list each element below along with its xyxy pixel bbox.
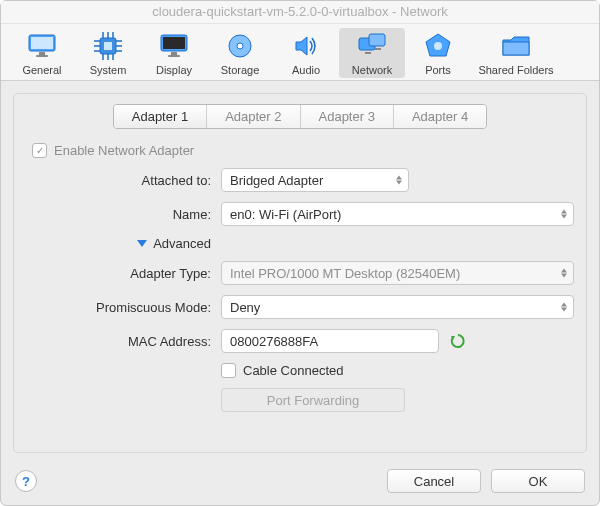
chevron-up-down-icon bbox=[396, 176, 402, 185]
toolbar-network[interactable]: Network bbox=[339, 28, 405, 78]
svg-marker-24 bbox=[296, 37, 307, 55]
footer: ? Cancel OK bbox=[1, 465, 599, 505]
mac-address-label: MAC Address: bbox=[26, 334, 221, 349]
promiscuous-mode-select[interactable]: Deny bbox=[221, 295, 574, 319]
ports-icon bbox=[420, 30, 456, 62]
name-label: Name: bbox=[26, 207, 221, 222]
chip-icon bbox=[90, 30, 126, 62]
help-button[interactable]: ? bbox=[15, 470, 37, 492]
tab-adapter-1[interactable]: Adapter 1 bbox=[114, 105, 207, 128]
tab-adapter-3[interactable]: Adapter 3 bbox=[301, 105, 394, 128]
svg-point-23 bbox=[237, 43, 243, 49]
folder-icon bbox=[498, 30, 534, 62]
chevron-up-down-icon bbox=[561, 303, 567, 312]
audio-icon bbox=[288, 30, 324, 62]
svg-point-30 bbox=[434, 42, 442, 50]
ok-button[interactable]: OK bbox=[491, 469, 585, 493]
toolbar-storage[interactable]: Storage bbox=[207, 28, 273, 78]
toolbar-general[interactable]: General bbox=[9, 28, 75, 78]
svg-rect-3 bbox=[36, 55, 48, 57]
settings-panel: Adapter 1 Adapter 2 Adapter 3 Adapter 4 … bbox=[13, 93, 587, 453]
adapter-type-label: Adapter Type: bbox=[26, 266, 221, 281]
svg-rect-31 bbox=[503, 42, 529, 55]
display-icon bbox=[156, 30, 192, 62]
port-forwarding-button[interactable]: Port Forwarding bbox=[221, 388, 405, 412]
adapter-type-select[interactable]: Intel PRO/1000 MT Desktop (82540EM) bbox=[221, 261, 574, 285]
toolbar-ports[interactable]: Ports bbox=[405, 28, 471, 78]
advanced-disclosure[interactable]: Advanced bbox=[137, 236, 211, 251]
check-icon: ✓ bbox=[32, 143, 47, 158]
svg-rect-26 bbox=[369, 34, 385, 46]
mac-address-field[interactable]: 0800276888FA bbox=[221, 329, 439, 353]
promiscuous-mode-label: Promiscuous Mode: bbox=[26, 300, 221, 315]
svg-rect-5 bbox=[104, 42, 112, 50]
svg-rect-27 bbox=[365, 52, 371, 54]
window-title: cloudera-quickstart-vm-5.2.0-0-virtualbo… bbox=[1, 1, 599, 24]
attached-to-label: Attached to: bbox=[26, 173, 221, 188]
svg-rect-21 bbox=[168, 55, 180, 57]
cable-connected-checkbox[interactable]: ✓ Cable Connected bbox=[221, 363, 343, 378]
triangle-down-icon bbox=[137, 240, 147, 247]
network-icon bbox=[354, 30, 390, 62]
adapter-tabs: Adapter 1 Adapter 2 Adapter 3 Adapter 4 bbox=[113, 104, 488, 129]
svg-rect-20 bbox=[171, 52, 177, 55]
svg-rect-1 bbox=[31, 37, 53, 49]
name-select[interactable]: en0: Wi-Fi (AirPort) bbox=[221, 202, 574, 226]
toolbar-system[interactable]: System bbox=[75, 28, 141, 78]
attached-to-select[interactable]: Bridged Adapter bbox=[221, 168, 409, 192]
cancel-button[interactable]: Cancel bbox=[387, 469, 481, 493]
toolbar-display[interactable]: Display bbox=[141, 28, 207, 78]
refresh-icon bbox=[450, 333, 466, 349]
refresh-mac-button[interactable] bbox=[449, 332, 467, 350]
toolbar: General System Display Storage Audio bbox=[1, 24, 599, 81]
enable-network-adapter-checkbox[interactable]: ✓ Enable Network Adapter bbox=[32, 143, 194, 158]
svg-rect-2 bbox=[39, 52, 45, 55]
svg-rect-28 bbox=[375, 48, 381, 50]
svg-rect-19 bbox=[163, 37, 185, 49]
storage-icon bbox=[222, 30, 258, 62]
tab-adapter-4[interactable]: Adapter 4 bbox=[394, 105, 486, 128]
toolbar-shared-folders[interactable]: Shared Folders bbox=[471, 28, 561, 78]
toolbar-audio[interactable]: Audio bbox=[273, 28, 339, 78]
chevron-up-down-icon bbox=[561, 210, 567, 219]
tab-adapter-2[interactable]: Adapter 2 bbox=[207, 105, 300, 128]
check-icon: ✓ bbox=[221, 363, 236, 378]
monitor-icon bbox=[24, 30, 60, 62]
chevron-up-down-icon bbox=[561, 269, 567, 278]
